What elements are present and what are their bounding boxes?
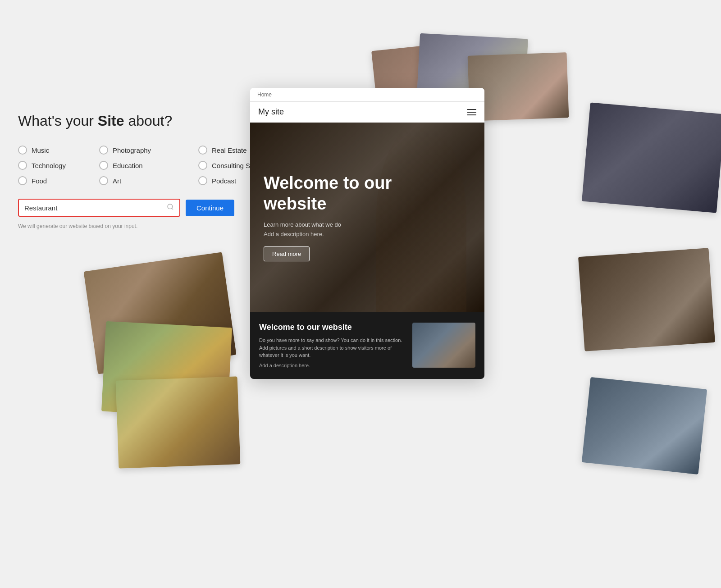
radio-real-estate[interactable] bbox=[198, 146, 207, 155]
option-podcast-label: Podcast bbox=[212, 177, 236, 185]
bg-photo-food1 bbox=[84, 252, 237, 374]
radio-music[interactable] bbox=[18, 146, 27, 155]
option-photography-label: Photography bbox=[113, 146, 151, 154]
option-technology-label: Technology bbox=[32, 162, 66, 169]
option-photography[interactable]: Photography bbox=[99, 146, 198, 155]
bottom-text-block: Welcome to our website Do you have more … bbox=[259, 323, 405, 368]
preview-hero: Welcome to our website Learn more about … bbox=[250, 123, 484, 312]
option-music-label: Music bbox=[32, 146, 49, 154]
option-music[interactable]: Music bbox=[18, 146, 99, 155]
option-food-label: Food bbox=[32, 177, 47, 185]
option-education[interactable]: Education bbox=[99, 161, 198, 170]
preview-header: My site bbox=[250, 102, 484, 123]
hero-title: Welcome to our website bbox=[264, 173, 399, 214]
radio-podcast[interactable] bbox=[198, 176, 207, 185]
option-art[interactable]: Art bbox=[99, 176, 198, 185]
hamburger-icon[interactable] bbox=[467, 109, 476, 115]
helper-text: We will generate our website based on yo… bbox=[18, 223, 257, 229]
hamburger-line-1 bbox=[467, 109, 476, 110]
options-grid: Music Photography Real Estate Technology… bbox=[18, 146, 257, 185]
hamburger-line-2 bbox=[467, 112, 476, 113]
svg-point-0 bbox=[168, 204, 173, 209]
main-content: What's your Site about? Music Photograph… bbox=[18, 113, 257, 229]
bottom-image bbox=[412, 323, 475, 368]
continue-button[interactable]: Continue bbox=[186, 200, 234, 216]
search-icon bbox=[167, 203, 174, 212]
radio-art[interactable] bbox=[99, 176, 108, 185]
preview-bottom-section: Welcome to our website Do you have more … bbox=[250, 312, 484, 379]
option-technology[interactable]: Technology bbox=[18, 161, 99, 170]
bg-photo-right3 bbox=[582, 377, 707, 474]
browser-tab-label: Home bbox=[257, 91, 272, 98]
website-preview: Home My site Welcome to our website Lear… bbox=[250, 88, 484, 379]
hero-description: Add a description here. bbox=[264, 231, 399, 237]
search-input[interactable] bbox=[24, 204, 164, 212]
bottom-title: Welcome to our website bbox=[259, 323, 405, 332]
hero-content: Welcome to our website Learn more about … bbox=[264, 173, 399, 261]
bottom-description: Do you have more to say and show? You ca… bbox=[259, 337, 405, 359]
option-art-label: Art bbox=[113, 177, 121, 185]
search-box[interactable] bbox=[18, 199, 180, 217]
bottom-sub: Add a description here. bbox=[259, 363, 405, 368]
radio-consulting[interactable] bbox=[198, 161, 207, 170]
option-real-estate-label: Real Estate bbox=[212, 146, 247, 154]
site-title: My site bbox=[258, 107, 284, 117]
bg-photo-right1 bbox=[582, 102, 721, 213]
svg-line-1 bbox=[172, 208, 173, 210]
page-title: What's your Site about? bbox=[18, 113, 257, 129]
option-education-label: Education bbox=[113, 162, 143, 169]
option-food[interactable]: Food bbox=[18, 176, 99, 185]
radio-photography[interactable] bbox=[99, 146, 108, 155]
site-bold: Site bbox=[98, 113, 124, 129]
bg-photo-right2 bbox=[578, 248, 715, 351]
browser-bar: Home bbox=[250, 88, 484, 102]
bg-photo-food3 bbox=[116, 376, 241, 468]
hero-subtitle: Learn more about what we do bbox=[264, 221, 399, 228]
search-row: Continue bbox=[18, 199, 257, 217]
read-more-button[interactable]: Read more bbox=[264, 246, 310, 261]
radio-food[interactable] bbox=[18, 176, 27, 185]
hamburger-line-3 bbox=[467, 114, 476, 115]
radio-education[interactable] bbox=[99, 161, 108, 170]
radio-technology[interactable] bbox=[18, 161, 27, 170]
bg-photo-food2 bbox=[101, 321, 232, 418]
